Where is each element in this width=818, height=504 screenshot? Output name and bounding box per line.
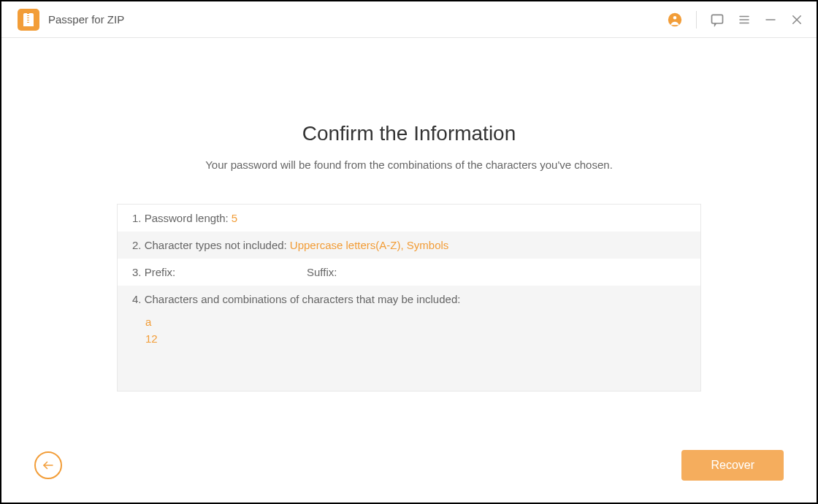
not-included-value: Uppercase letters(A-Z), Symbols bbox=[290, 239, 449, 251]
svg-point-1 bbox=[673, 15, 677, 20]
page-subtitle: Your password will be found from the com… bbox=[205, 159, 613, 171]
minimize-icon[interactable] bbox=[764, 13, 777, 26]
suffix-label: Suffix: bbox=[307, 266, 337, 278]
length-value: 5 bbox=[232, 212, 237, 224]
close-icon[interactable] bbox=[790, 13, 803, 26]
not-included-label: 2. Character types not included: bbox=[132, 239, 287, 251]
titlebar: Passper for ZIP bbox=[1, 1, 817, 38]
menu-icon[interactable] bbox=[738, 13, 751, 26]
length-label: 1. Password length: bbox=[132, 212, 229, 224]
back-button[interactable] bbox=[34, 451, 62, 479]
footer: Recover bbox=[1, 450, 817, 481]
app-icon bbox=[18, 9, 39, 31]
info-box: 1. Password length: 5 2. Character types… bbox=[117, 204, 701, 392]
recover-button[interactable]: Recover bbox=[681, 450, 784, 481]
app-title: Passper for ZIP bbox=[48, 13, 124, 26]
app-window: Passper for ZIP bbox=[1, 1, 817, 503]
combo-line-2: 12 bbox=[145, 331, 686, 348]
title-left: Passper for ZIP bbox=[18, 9, 124, 31]
prefix-label: 3. Prefix: bbox=[132, 266, 304, 278]
info-row-not-included: 2. Character types not included: Upperca… bbox=[118, 232, 700, 259]
combo-lines: a 12 bbox=[132, 314, 686, 347]
feedback-icon[interactable] bbox=[710, 12, 725, 27]
combo-line-1: a bbox=[145, 314, 686, 331]
title-right bbox=[667, 11, 803, 28]
info-row-combinations: 4. Characters and combinations of charac… bbox=[118, 286, 700, 391]
info-row-prefix-suffix: 3. Prefix: Suffix: bbox=[118, 259, 700, 286]
info-row-length: 1. Password length: 5 bbox=[118, 205, 700, 232]
svg-rect-2 bbox=[712, 15, 723, 23]
user-icon[interactable] bbox=[667, 12, 683, 28]
main-content: Confirm the Information Your password wi… bbox=[1, 38, 817, 503]
combos-label: 4. Characters and combinations of charac… bbox=[132, 293, 686, 305]
page-heading: Confirm the Information bbox=[302, 122, 516, 145]
divider bbox=[696, 11, 697, 28]
